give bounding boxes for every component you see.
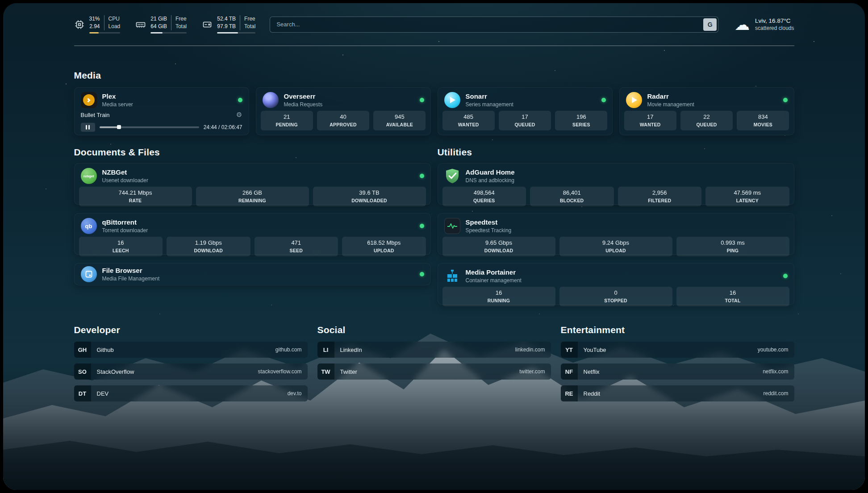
adguard-titles: AdGuard Home DNS and adblocking [466,168,515,184]
section-documents: Documents & Files nzbget NZBGet Usenet d… [74,147,431,305]
app-title: Media Portainer [466,268,522,277]
weather-location: Lviv, 16.87°C [755,17,794,24]
disk-values: 52.4 TB 97.9 TB [217,15,236,30]
pause-button[interactable] [81,123,95,132]
app-title: Overseerr [284,92,323,101]
cloud-icon: ☁ [734,17,750,32]
bookmark-stackoverflow[interactable]: SO StackOverflow stackoverflow.com [74,363,308,380]
disk-progress-bar [217,32,255,33]
stat-download: 9.65 Gbps DOWNLOAD [442,237,555,256]
bookmark-name: Netflix [578,363,763,380]
status-dot-online [783,98,788,102]
cpu-monitor-body: 31% 2.94 CPU Load [89,15,121,33]
stats-row: 17 WANTED 22 QUEUED 834 MOVIES [620,111,794,135]
bookmark-netflix[interactable]: NF Netflix netflix.com [561,363,794,380]
search-bar: G [270,17,718,33]
section-utilities: Utilities AdGuard Home [438,147,794,305]
bookmark-url: twitter.com [519,363,551,380]
snow-specks [3,3,4,4]
stat-series: 196 SERIES [555,111,607,130]
app-subtitle: Torrent downloader [102,227,148,234]
app-subtitle: DNS and adblocking [466,177,515,184]
section-title-utilities: Utilities [438,147,794,158]
section-title-social: Social [317,325,551,335]
speedtest-header: Speedtest Speedtest Tracking [438,213,794,237]
filebrowser-header: File Browser Media File Management [75,263,430,285]
bookmark-dev[interactable]: DT DEV dev.to [74,385,308,401]
stat-upload: 618.52 Mbps UPLOAD [342,237,426,256]
overseerr-header: Overseerr Media Requests [256,88,430,111]
stackoverflow-icon: SO [74,363,91,380]
stat-downloaded: 39.6 TB DOWNLOADED [313,187,426,206]
stats-row: 16 LEECH 1.19 Gbps DOWNLOAD 471 SEED 6 [75,237,430,261]
status-dot-online [420,224,424,228]
app-subtitle: Media Requests [284,101,323,108]
ram-labels: Free Total [171,15,187,30]
speedtest-icon [444,218,460,234]
ram-progress-bar [150,32,187,33]
ram-monitor-body: 21 GiB 64 GiB Free Total [150,15,187,33]
section-social: Social LI LinkedIn linkedin.com TW Twitt… [317,325,551,407]
radarr-icon [626,92,642,108]
app-card-nzbget[interactable]: nzbget NZBGet Usenet downloader 744.21 M… [74,163,431,205]
stat-running: 16 RUNNING [442,287,555,306]
bookmark-name: Twitter [334,363,520,380]
portainer-header: Media Portainer Container management [438,263,794,287]
section-title-media: Media [74,70,794,81]
now-playing-title: Bullet Train [81,112,110,118]
app-title: Sonarr [466,92,513,101]
cpu-load-value: 2.94 [89,23,100,30]
ram-free: 21 GiB [150,15,167,23]
status-dot-online [420,174,424,178]
weather-widget: ☁ Lviv, 16.87°C scattered clouds [734,17,794,32]
plex-icon [81,92,97,108]
stats-row: 16 RUNNING 0 STOPPED 16 TOTAL [438,287,794,311]
app-card-overseerr[interactable]: Overseerr Media Requests 21 PENDING 40 A… [256,87,431,135]
bookmark-twitter[interactable]: TW Twitter twitter.com [317,363,551,380]
nzbget-icon-text: nzbget [83,174,94,178]
bookmark-youtube[interactable]: YT YouTube youtube.com [561,342,794,358]
cpu-percent: 31% [89,15,100,23]
stats-row: 744.21 Mbps RATE 266 GB REMAINING 39.6 T… [75,187,430,211]
radarr-titles: Radarr Movie management [647,92,694,108]
netflix-icon: NF [561,363,578,380]
status-dot-online [420,272,424,276]
bookmark-github[interactable]: GH Github github.com [74,342,308,358]
stat-latency: 47.569 ms LATENCY [705,187,789,206]
nzbget-header: nzbget NZBGet Usenet downloader [75,163,430,187]
app-card-plex[interactable]: Plex Media server Bullet Train ⚙ [74,87,249,135]
twitter-icon: TW [317,363,334,380]
app-card-radarr[interactable]: Radarr Movie management 17 WANTED 22 QUE… [619,87,794,135]
app-card-filebrowser[interactable]: File Browser Media File Management [74,263,431,285]
gear-icon[interactable]: ⚙ [236,111,242,119]
app-title: AdGuard Home [466,168,515,177]
section-developer: Developer GH Github github.com SO StackO… [74,325,308,407]
stat-seed: 471 SEED [255,237,338,256]
bookmark-reddit[interactable]: RE Reddit reddit.com [561,385,794,401]
ram-total: 64 GiB [150,23,167,30]
app-card-qbittorrent[interactable]: qb qBittorrent Torrent downloader 16 LEE… [74,213,431,255]
app-title: File Browser [102,267,160,275]
search-engine-button[interactable]: G [703,18,717,31]
playback-progress-bar[interactable] [100,126,199,128]
disk-total: 97.9 TB [217,23,236,30]
app-card-speedtest[interactable]: Speedtest Speedtest Tracking 9.65 Gbps D… [438,213,794,255]
app-subtitle: Media server [102,101,133,108]
disk-icon [202,19,213,30]
qbittorrent-titles: qBittorrent Torrent downloader [102,218,148,234]
app-card-portainer[interactable]: Media Portainer Container management 16 … [438,263,794,305]
app-subtitle: Usenet downloader [102,177,148,184]
stats-row: 21 PENDING 40 APPROVED 945 AVAILABLE [256,111,430,135]
cpu-monitor: 31% 2.94 CPU Load [74,15,121,33]
portainer-icon [444,268,460,284]
app-card-adguard[interactable]: AdGuard Home DNS and adblocking 498,564 … [438,163,794,205]
stat-rate: 744.21 Mbps RATE [79,187,192,206]
stat-pending: 21 PENDING [261,111,313,130]
app-card-sonarr[interactable]: Sonarr Series management 485 WANTED 17 Q… [438,87,613,135]
disk-label-1: Free [244,15,255,23]
search-input[interactable] [270,17,718,33]
app-subtitle: Container management [466,277,522,284]
qbittorrent-header: qb qBittorrent Torrent downloader [75,213,430,237]
bookmark-linkedin[interactable]: LI LinkedIn linkedin.com [317,342,551,358]
app-subtitle: Movie management [647,101,694,108]
